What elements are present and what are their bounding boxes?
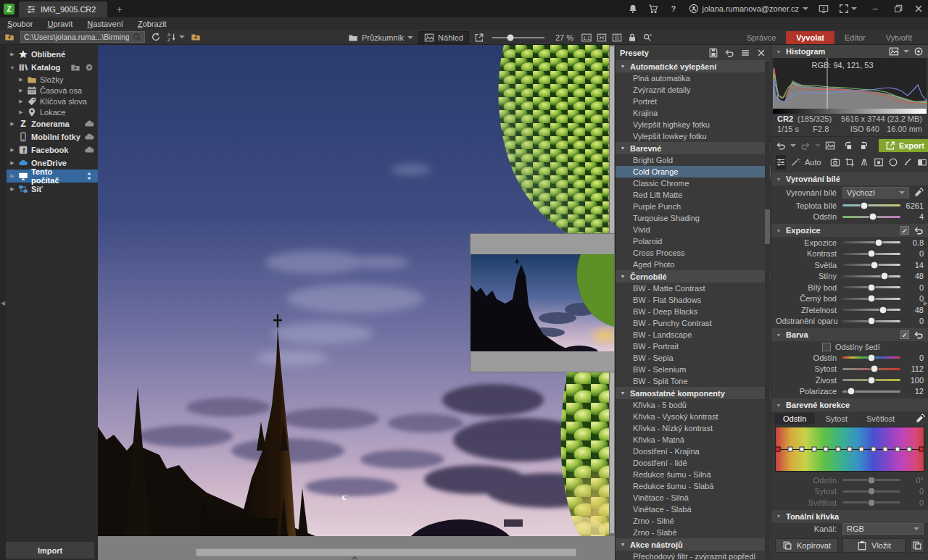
cc-tab-odstin[interactable]: Odstín	[774, 413, 815, 425]
expander-right-icon[interactable]: ▶	[18, 88, 24, 93]
tool-frame-icon[interactable]	[874, 155, 884, 170]
refresh-icon[interactable]	[151, 32, 161, 42]
color-slider-track[interactable]	[842, 368, 900, 370]
sidebar-item-slozky[interactable]: ▶Složky	[7, 74, 98, 85]
hue-handle[interactable]	[835, 447, 840, 452]
exposure-slider-track[interactable]	[842, 264, 900, 266]
preset-item[interactable]: Vylepšit lowkey fotku	[616, 130, 771, 142]
rotate-left-icon[interactable]	[844, 141, 854, 151]
channel-dropdown[interactable]: RGB	[842, 523, 924, 535]
preset-item[interactable]: BW - Landscape	[616, 329, 771, 340]
auto-button[interactable]: Auto	[805, 158, 821, 167]
white-balance-header[interactable]: ▼ Vyrovnání bílé	[771, 172, 928, 185]
hue-correction-strip[interactable]	[775, 427, 924, 472]
undo-icon[interactable]	[776, 141, 786, 151]
menu-zobrazit[interactable]: Zobrazit	[138, 20, 167, 28]
minimize-button[interactable]: –	[867, 4, 883, 14]
tone-curve-header[interactable]: ▼ Tonální křivka	[771, 510, 928, 523]
import-button[interactable]: Import	[6, 542, 94, 559]
menu-nastaveni[interactable]: Nastavení	[87, 20, 123, 28]
account-menu[interactable]: jolana.rumanova@zoner.cz	[689, 4, 808, 14]
presets-scroll-thumb[interactable]	[765, 209, 770, 244]
correction-slider-track[interactable]	[842, 479, 900, 481]
slider-thumb[interactable]	[848, 388, 856, 396]
path-input[interactable]	[21, 33, 132, 41]
slider-thumb[interactable]	[868, 317, 876, 325]
grayscale-checkbox[interactable]: ✓	[822, 343, 831, 351]
preset-item[interactable]: Krajina	[616, 107, 771, 119]
sidebar-item-tento-pocitac[interactable]: ▶Tento počítač	[7, 170, 98, 183]
preset-item[interactable]: Zvýraznit detaily	[616, 84, 771, 96]
expander-right-icon[interactable]: ▶	[9, 186, 15, 192]
sidebar-item-facebook[interactable]: ▶Facebook	[7, 143, 98, 156]
tool-brush-icon[interactable]	[903, 155, 913, 170]
slider-thumb[interactable]	[868, 376, 876, 384]
open-external-icon[interactable]	[474, 33, 484, 43]
sidebar-item-klicova-slova[interactable]: ▶Klíčová slova	[7, 96, 98, 106]
slider-thumb[interactable]	[868, 250, 876, 258]
color-correction-header[interactable]: ▼ Barevné korekce	[771, 398, 928, 411]
white-balance-slider-track[interactable]	[842, 216, 900, 218]
preset-item[interactable]: BW - Sepia	[616, 352, 771, 364]
zoom-region-icon[interactable]	[642, 33, 652, 43]
preset-section-header[interactable]: ▼Barevné	[616, 142, 771, 154]
exposure-slider-track[interactable]	[842, 241, 900, 243]
slider-thumb[interactable]	[880, 272, 888, 280]
preset-item[interactable]: BW - Deep Blacks	[616, 306, 771, 317]
tool-crop-icon[interactable]	[845, 155, 855, 170]
tool-auto-wand-icon[interactable]	[790, 155, 800, 170]
preset-item[interactable]: Purple Punch	[616, 201, 771, 212]
color-enabled-checkbox[interactable]: ✓	[900, 330, 909, 339]
copy-options-button[interactable]	[910, 538, 924, 553]
exposure-enabled-checkbox[interactable]: ✓	[900, 226, 909, 235]
search-icon[interactable]	[132, 32, 142, 42]
preset-item[interactable]: Křivka - Nízký kontrast	[616, 422, 771, 434]
preset-section-header[interactable]: ▼Samostatné komponenty	[616, 387, 771, 399]
hue-handle[interactable]	[848, 447, 853, 452]
reset-icon[interactable]	[914, 225, 924, 235]
presets-scrollbar[interactable]	[765, 61, 770, 559]
preset-item[interactable]: Cold Orange	[616, 166, 771, 177]
expander-right-icon[interactable]: ▶	[9, 121, 15, 127]
hue-handle[interactable]	[883, 447, 888, 452]
restore-button[interactable]	[893, 4, 903, 14]
preview-toggle[interactable]: Náhled	[418, 31, 469, 44]
navigator-thumbnail[interactable]	[471, 254, 614, 351]
preset-item[interactable]: Doostření - lidé	[616, 457, 771, 469]
expander-right-icon[interactable]: ▶	[18, 77, 24, 83]
preset-item[interactable]: Classic Chrome	[616, 177, 771, 189]
fit-to-window-icon[interactable]	[597, 33, 607, 43]
sidebar-item-casova-osa[interactable]: ▶Časová osa	[7, 85, 98, 96]
preset-section-header[interactable]: ▼Černobílé	[616, 270, 771, 283]
exposure-slider-track[interactable]	[842, 309, 900, 311]
tool-gradient-filter-icon[interactable]	[917, 155, 927, 170]
folder-up-icon[interactable]	[4, 32, 14, 42]
correction-slider-track[interactable]	[842, 490, 900, 493]
preset-item[interactable]: Portrét	[616, 96, 771, 107]
preset-item[interactable]: Křivka - Matná	[616, 434, 771, 446]
zoom-1to1-icon[interactable]	[581, 33, 592, 43]
sidebar-item-oblibene[interactable]: ▶Oblíbené	[7, 48, 98, 61]
compare-view-icon[interactable]	[825, 141, 835, 151]
module-vytvořit[interactable]: Vytvořit	[876, 31, 922, 44]
preset-item[interactable]: Polaroid	[616, 235, 771, 247]
preset-item[interactable]: Doostření - Krajina	[616, 446, 771, 457]
preset-item[interactable]: Vivid	[616, 224, 771, 235]
tool-radial-filter-icon[interactable]	[888, 155, 898, 170]
hue-handle[interactable]	[811, 447, 816, 452]
close-button[interactable]	[914, 4, 924, 14]
preset-item[interactable]: Zrno - Silné	[616, 515, 771, 527]
slider-thumb[interactable]	[879, 306, 887, 314]
slider-thumb[interactable]	[868, 354, 876, 362]
exposure-header[interactable]: ▼ Expozice ✓	[771, 224, 928, 237]
histogram-header[interactable]: ▼ Histogram	[771, 45, 928, 58]
preset-item[interactable]: Cross Process	[616, 247, 771, 259]
save-preset-icon[interactable]	[708, 48, 718, 58]
slider-thumb[interactable]	[868, 295, 876, 303]
preset-item[interactable]: Redukce šumu - Slabá	[616, 480, 771, 492]
color-slider-track[interactable]	[842, 390, 900, 393]
hue-handle[interactable]	[895, 447, 900, 452]
sidebar-item-lokace[interactable]: ▶Lokace	[7, 106, 98, 117]
preset-item[interactable]: Křivka - 5 bodů	[616, 399, 771, 411]
expander-right-icon[interactable]: ▶	[9, 147, 15, 153]
